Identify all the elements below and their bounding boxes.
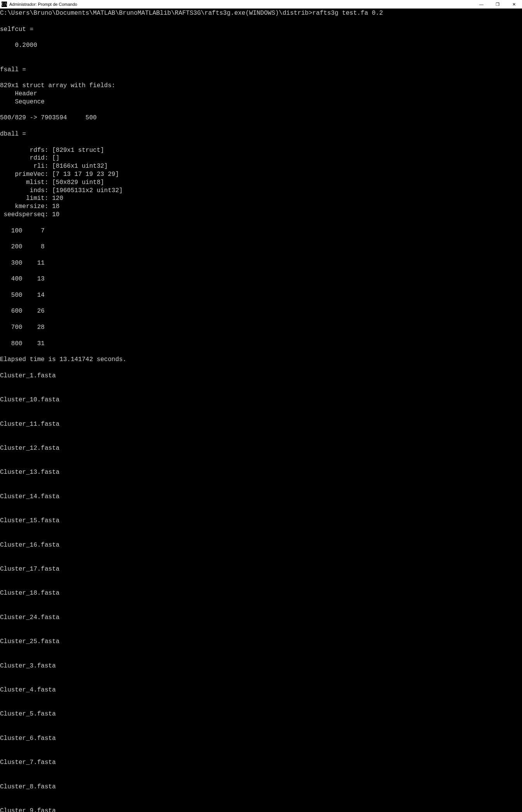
elapsed-time: Elapsed time is 13.141742 seconds. [0, 356, 126, 363]
terminal-output[interactable]: C:\Users\Bruno\Documents\MATLAB\BrunoMAT… [0, 9, 522, 812]
count-row: 600 26 [0, 308, 45, 315]
dball-mlist: mlist: [50x829 uint8] [0, 179, 104, 186]
count-row: 300 11 [0, 260, 45, 267]
cluster-file: Cluster_5.fasta [0, 710, 56, 717]
minimize-button[interactable]: — [473, 0, 489, 9]
cluster-file: Cluster_9.fasta [0, 807, 56, 812]
count-row: 200 8 [0, 243, 45, 250]
cluster-file: Cluster_18.fasta [0, 590, 60, 597]
fsall-field-sequence: Sequence [0, 98, 45, 105]
cluster-file: Cluster_13.fasta [0, 469, 60, 476]
dball-seedsperseq: seedsperseq: 10 [0, 211, 60, 218]
cluster-file: Cluster_12.fasta [0, 445, 60, 452]
dball-primevec: primeVec: [7 13 17 19 23 29] [0, 171, 119, 178]
dball-rdid: rdid: [] [0, 155, 60, 162]
count-row: 400 13 [0, 275, 45, 282]
cluster-file: Cluster_25.fasta [0, 638, 60, 645]
dball-label: dball = [0, 131, 26, 138]
fsall-field-header: Header [0, 90, 37, 97]
count-row: 700 28 [0, 324, 45, 331]
dball-limit: limit: 120 [0, 195, 63, 202]
dball-rdfs: rdfs: [829x1 struct] [0, 147, 104, 154]
dball-rli: rli: [8166x1 uint32] [0, 163, 108, 170]
dball-inds: inds: [19605131x2 uint32] [0, 187, 123, 194]
count-row: 500 14 [0, 292, 45, 299]
dball-kmersize: kmersize: 18 [0, 203, 60, 210]
cluster-file: Cluster_11.fasta [0, 421, 60, 428]
window-title: Administrador: Prompt de Comando [9, 2, 77, 7]
cluster-file: Cluster_7.fasta [0, 759, 56, 766]
cluster-file: Cluster_24.fasta [0, 614, 60, 621]
cluster-file: Cluster_8.fasta [0, 783, 56, 790]
prompt-line: C:\Users\Bruno\Documents\MATLAB\BrunoMAT… [0, 10, 383, 17]
cluster-file: Cluster_3.fasta [0, 662, 56, 669]
close-button[interactable]: ✕ [506, 0, 522, 9]
cluster-file: Cluster_15.fasta [0, 517, 60, 524]
progress-line: 500/829 -> 7903594 500 [0, 114, 97, 121]
window-titlebar[interactable]: C:\ Administrador: Prompt de Comando — ❐… [0, 0, 522, 9]
cluster-file: Cluster_17.fasta [0, 566, 60, 573]
maximize-button[interactable]: ❐ [489, 0, 506, 9]
fsall-label: fsall = [0, 66, 26, 73]
cluster-file: Cluster_10.fasta [0, 396, 60, 403]
cluster-file: Cluster_4.fasta [0, 686, 56, 693]
count-row: 100 7 [0, 227, 45, 234]
count-row: 800 31 [0, 340, 45, 347]
fsall-desc: 829x1 struct array with fields: [0, 82, 115, 89]
window-controls: — ❐ ✕ [473, 0, 522, 9]
cmd-icon: C:\ [2, 2, 7, 7]
selfcut-label: selfcut = [0, 26, 33, 33]
cluster-file: Cluster_6.fasta [0, 735, 56, 742]
cluster-file: Cluster_1.fasta [0, 372, 56, 379]
selfcut-value: 0.2000 [0, 42, 37, 49]
cluster-file: Cluster_16.fasta [0, 542, 60, 549]
cluster-file: Cluster_14.fasta [0, 493, 60, 500]
